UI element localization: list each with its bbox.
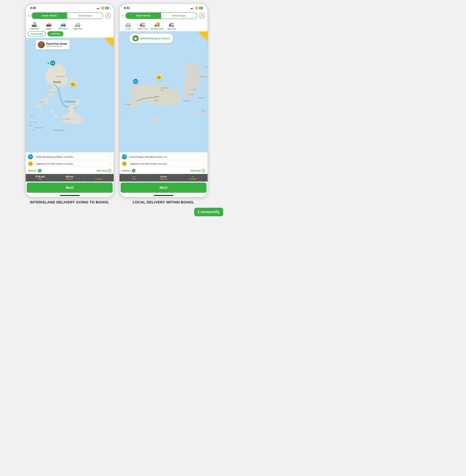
svg-point-4	[54, 115, 58, 117]
options-label-left[interactable]: Options	[28, 169, 37, 172]
svg-text:Lahad Datu: Lahad Datu	[34, 127, 43, 129]
caption-left: INTERISLAND DELIVERY GOING TO BOHOL	[30, 200, 109, 204]
nav-bar-left: ‹ Book Vehicle Send Cargo	[26, 11, 114, 20]
time-right: 6:31	[124, 6, 130, 10]
back-button-right[interactable]: ‹	[122, 13, 123, 18]
stat-price-left: ₱ 58,200 Price	[26, 174, 55, 181]
next-button-left[interactable]: Next	[27, 182, 113, 193]
status-icons-left: 📶 55	[97, 7, 109, 9]
pin-fr-right: FR	[132, 78, 139, 84]
map-icon: 📍	[38, 41, 45, 48]
status-bar-left: 6:30 📶 55	[26, 4, 114, 11]
opentruck-icon: 🚛	[140, 22, 145, 27]
options-label-right[interactable]: Options	[122, 169, 131, 172]
from-input-left[interactable]: PESO Mandaluyong Official, 1st Distric..…	[34, 154, 111, 160]
tab-send-cargo-right[interactable]: Send Cargo	[161, 13, 197, 19]
svg-text:Panglao: Panglao	[124, 103, 131, 105]
subtype-closed-van[interactable]: Closed-Van	[28, 31, 46, 36]
vehicle-lightvan[interactable]: 🚐 Light Van	[71, 22, 84, 30]
svg-point-3	[49, 110, 54, 113]
svg-text:Fernando: Fernando	[56, 75, 65, 78]
vehicle-wingvan[interactable]: 🚛 Wing Van	[165, 22, 178, 30]
add-stop-right[interactable]: Add Stop +	[190, 169, 205, 172]
options-badge-left: 1	[38, 169, 42, 172]
profile-icon-right[interactable]	[199, 13, 205, 19]
svg-text:Celebes Sea: Celebes Sea	[53, 129, 65, 131]
stat-duration-left: Duration	[84, 174, 114, 181]
chevron-to-right: ›	[203, 162, 203, 165]
time-left: 6:30	[30, 6, 36, 10]
vehicle-mpvsuv[interactable]: 🚙 MPV/SUV	[57, 22, 70, 30]
from-pin-left: FR	[28, 154, 33, 159]
from-row-right: FR Bohol-Panglao International Airport, …	[122, 154, 205, 160]
svg-text:Dumaguete: Dumaguete	[61, 118, 71, 120]
tab-group-left: Book Vehicle Send Cargo	[32, 12, 103, 19]
next-button-right[interactable]: Next	[121, 182, 207, 193]
fixed-price-text: Fixed Price Route 18:34, 14-Feb-25	[47, 42, 67, 47]
svg-text:akan: akan	[28, 124, 32, 126]
pin-fr-left: FR	[50, 60, 56, 66]
to-input-right[interactable]: Tagbilaran Port Stall Vendors Associati.…	[128, 161, 205, 167]
map-bg-left: Fernando Manila Batangas Iloilo Philippi…	[26, 38, 114, 152]
plus-icon-right: +	[202, 169, 205, 172]
svg-point-20	[194, 111, 201, 115]
vehicle-6wfwd[interactable]: 🚚 6w Fwd Truck	[151, 22, 164, 30]
chevron-from-left: ›	[109, 156, 110, 158]
chevron-from-right: ›	[203, 156, 203, 158]
bottom-logo-row: t ransportify	[3, 208, 230, 220]
back-button-left[interactable]: ‹	[28, 13, 29, 18]
stat-distance-right: 16 km Distance	[149, 174, 178, 181]
svg-text:Batangas: Batangas	[48, 91, 55, 93]
plus-icon-left: +	[108, 169, 111, 172]
fixed-price-box: 📍 Fixed Price Route 18:34, 14-Feb-25	[35, 40, 70, 50]
stat-distance-left: 856 km Distance	[55, 174, 84, 181]
lightvan-icon: 🚐	[75, 22, 81, 27]
tab-send-cargo-left[interactable]: Send Cargo	[67, 13, 103, 19]
vehicle-selector-left: 🚢 Interisland 🚗 Sedan 🚙 MPV/SUV 🚐 Light …	[26, 20, 114, 31]
tab-book-vehicle-right[interactable]: Book Vehicle	[126, 13, 161, 19]
svg-text:Loon: Loon	[203, 66, 207, 68]
signal-icon-right	[191, 7, 194, 9]
profile-icon-left[interactable]	[105, 13, 111, 19]
svg-text:...: ...	[120, 113, 122, 115]
vehicle-jvan[interactable]: 🚐 J Van	[122, 22, 135, 30]
asap-box: ⏰ [ASAP] Pickup in 4 hours	[129, 34, 173, 43]
add-stop-left[interactable]: Add Stop +	[96, 169, 111, 172]
options-right-group: Options 1	[122, 169, 136, 172]
logo-text: ransportify	[201, 210, 220, 214]
asap-clock-icon: ⏰	[132, 35, 139, 42]
stat-price-right: — Price	[120, 174, 149, 181]
wifi-icon-left: 📶	[102, 7, 104, 9]
caption-right: LOCAL DELIVERY WITHIN BOHOL	[133, 200, 194, 204]
to-input-left[interactable]: Tagbilaran Port Stall Vendors Associati.…	[34, 161, 111, 167]
bottom-panel-left: FR PESO Mandaluyong Official, 1st Distri…	[26, 152, 114, 194]
nav-bar-right: ‹ Book Vehicle Send Cargo	[120, 11, 208, 20]
svg-text:City: City	[160, 89, 163, 91]
vehicle-opentruck[interactable]: 🚛 Open Truck	[136, 22, 149, 30]
options-row-left: Options 1 Add Stop +	[26, 168, 114, 174]
pin-to-right: TO	[156, 74, 162, 81]
fixed-price-title: Fixed Price Route	[47, 42, 67, 45]
vehicle-interisland[interactable]: 🚢 Interisland	[28, 22, 41, 30]
mpvsuv-icon: 🚙	[60, 22, 66, 27]
tab-book-vehicle-left[interactable]: Book Vehicle	[32, 13, 67, 19]
map-bg-right: Loon Maribojoc Cortes Tagbilaran City Co…	[120, 31, 208, 152]
phone-right-wrapper: 6:31 📶 54 ‹	[119, 3, 208, 204]
interisland-icon: 🚢	[31, 22, 37, 27]
svg-point-2	[36, 104, 42, 108]
wifi-icon-right: 📶	[195, 7, 198, 9]
from-input-right[interactable]: Bohol-Panglao International Airport, Ta.…	[128, 154, 205, 160]
svg-text:Maribojoc: Maribojoc	[199, 76, 207, 78]
vehicle-selector-right: 🚐 J Van 🚛 Open Truck 🚚 6w Fwd Truck 🚛 Wi…	[120, 20, 208, 31]
subtype-row-left: Closed-Van L300-Van	[26, 31, 114, 38]
vehicle-sedan[interactable]: 🚗 Sedan	[42, 22, 55, 30]
bottom-panel-right: FR Bohol-Panglao International Airport, …	[120, 152, 208, 194]
to-row-right: TO Tagbilaran Port Stall Vendors Associa…	[122, 161, 205, 167]
subtype-l300-van[interactable]: L300-Van	[47, 31, 63, 36]
6wfwd-icon: 🚚	[154, 22, 160, 27]
battery-right: 54	[199, 7, 203, 9]
svg-text:Baclayon: Baclayon	[183, 100, 190, 102]
blue-dot-left	[47, 62, 49, 64]
svg-text:Dauis: Dauis	[154, 99, 158, 101]
from-pin-right: FR	[122, 154, 127, 159]
